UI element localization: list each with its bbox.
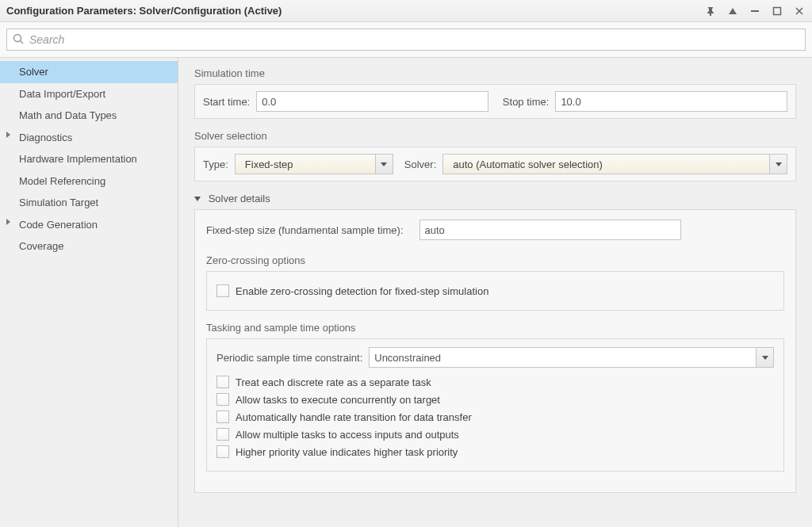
solver-details-panel: Fixed-step size (fundamental sample time… bbox=[194, 209, 796, 493]
tasking-check-row: Automatically handle rate transition for… bbox=[216, 411, 774, 423]
start-time-label: Start time: bbox=[203, 96, 250, 108]
zero-crossing-checkbox-label: Enable zero-crossing detection for fixed… bbox=[236, 285, 488, 297]
sidebar-item-label: Diagnostics bbox=[19, 132, 72, 143]
chevron-down-icon bbox=[769, 155, 787, 174]
type-select[interactable]: Fixed-step bbox=[235, 154, 393, 174]
solver-details-title: Solver details bbox=[209, 193, 270, 204]
zero-crossing-label: Zero-crossing options bbox=[206, 254, 784, 266]
svg-line-3 bbox=[21, 40, 24, 44]
simulation-time-panel: Start time: Stop time: bbox=[194, 84, 796, 119]
main-split: SolverData Import/ExportMath and Data Ty… bbox=[0, 58, 812, 527]
solver-select[interactable]: auto (Automatic solver selection) bbox=[442, 154, 787, 174]
tasking-check-row: Allow tasks to execute concurrently on t… bbox=[216, 393, 774, 406]
window-controls bbox=[704, 5, 806, 17]
sidebar-item-math-and-data-types[interactable]: Math and Data Types bbox=[0, 105, 178, 127]
sidebar-item-model-referencing[interactable]: Model Referencing bbox=[0, 170, 178, 193]
zero-crossing-checkbox[interactable] bbox=[216, 285, 229, 297]
solver-select-text: auto (Automatic solver selection) bbox=[448, 158, 769, 170]
content-pane: Simulation time Start time: Stop time: S… bbox=[178, 58, 812, 527]
tasking-checkbox-2[interactable] bbox=[216, 411, 229, 423]
sidebar-item-label: Solver bbox=[19, 66, 48, 78]
sidebar-item-diagnostics[interactable]: Diagnostics bbox=[0, 127, 178, 149]
tasking-panel: Periodic sample time constraint: Unconst… bbox=[206, 338, 784, 472]
tasking-check-row: Higher priority value indicates higher t… bbox=[216, 445, 774, 458]
tasking-checkbox-label: Allow multiple tasks to access inputs an… bbox=[236, 429, 459, 441]
tasking-checkbox-4[interactable] bbox=[216, 445, 229, 458]
sidebar-item-label: Data Import/Export bbox=[19, 88, 105, 100]
close-icon[interactable] bbox=[793, 5, 806, 17]
type-select-text: Fixed-step bbox=[240, 158, 375, 170]
sidebar-item-coverage[interactable]: Coverage bbox=[0, 235, 178, 258]
search-row bbox=[0, 22, 812, 58]
chevron-down-icon bbox=[375, 155, 393, 174]
search-box[interactable] bbox=[6, 29, 806, 51]
fixed-step-label: Fixed-step size (fundamental sample time… bbox=[206, 224, 404, 236]
tasking-label: Tasking and sample time options bbox=[206, 322, 784, 334]
sidebar-item-label: Model Referencing bbox=[19, 175, 105, 187]
maximize-icon[interactable] bbox=[771, 5, 783, 17]
sidebar-item-data-import-export[interactable]: Data Import/Export bbox=[0, 83, 178, 105]
sidebar-item-label: Simulation Target bbox=[19, 197, 98, 208]
chevron-down-icon bbox=[756, 348, 773, 367]
sidebar-item-label: Math and Data Types bbox=[19, 109, 117, 121]
solver-selection-label: Solver selection bbox=[194, 130, 796, 142]
tasking-checkbox-0[interactable] bbox=[216, 376, 229, 388]
titlebar: Configuration Parameters: Solver/Configu… bbox=[0, 0, 812, 22]
sidebar-item-label: Hardware Implementation bbox=[19, 153, 137, 165]
tasking-checkbox-label: Automatically handle rate transition for… bbox=[236, 411, 472, 423]
expander-icon bbox=[6, 219, 10, 225]
search-input[interactable] bbox=[28, 32, 800, 47]
tasking-checkbox-label: Allow tasks to execute concurrently on t… bbox=[236, 394, 440, 406]
tasking-checkbox-1[interactable] bbox=[216, 393, 229, 406]
type-label: Type: bbox=[203, 158, 228, 170]
tasking-check-row: Allow multiple tasks to access inputs an… bbox=[216, 428, 774, 441]
sidebar-item-label: Coverage bbox=[19, 240, 63, 252]
svg-rect-0 bbox=[751, 10, 759, 12]
periodic-select-text: Unconstrained bbox=[374, 352, 756, 364]
sidebar-item-label: Code Generation bbox=[19, 219, 98, 231]
sidebar-item-code-generation[interactable]: Code Generation bbox=[0, 214, 178, 236]
sidebar-item-simulation-target[interactable]: Simulation Target bbox=[0, 192, 178, 214]
sidebar: SolverData Import/ExportMath and Data Ty… bbox=[0, 58, 178, 527]
tasking-checkbox-label: Treat each discrete rate as a separate t… bbox=[236, 376, 431, 388]
search-icon bbox=[12, 32, 25, 48]
periodic-label: Periodic sample time constraint: bbox=[216, 352, 362, 364]
svg-point-2 bbox=[14, 34, 21, 41]
start-time-input[interactable] bbox=[256, 91, 488, 112]
up-triangle-icon[interactable] bbox=[726, 5, 739, 17]
zero-crossing-panel: Enable zero-crossing detection for fixed… bbox=[206, 271, 784, 311]
pin-icon[interactable] bbox=[704, 5, 717, 17]
minimize-icon[interactable] bbox=[749, 5, 761, 17]
stop-time-label: Stop time: bbox=[503, 96, 550, 108]
expander-icon bbox=[6, 132, 10, 138]
sidebar-item-hardware-implementation[interactable]: Hardware Implementation bbox=[0, 148, 178, 170]
solver-label: Solver: bbox=[404, 158, 436, 170]
stop-time-input[interactable] bbox=[555, 91, 787, 112]
solver-details-expander[interactable]: Solver details bbox=[194, 193, 796, 204]
sidebar-item-solver[interactable]: Solver bbox=[0, 61, 178, 83]
periodic-select[interactable]: Unconstrained bbox=[369, 347, 774, 368]
fixed-step-input[interactable] bbox=[419, 220, 681, 240]
tasking-checkbox-label: Higher priority value indicates higher t… bbox=[236, 446, 458, 458]
tasking-checkbox-3[interactable] bbox=[216, 428, 229, 441]
solver-selection-panel: Type: Fixed-step Solver: auto (Automatic… bbox=[194, 147, 796, 181]
svg-rect-1 bbox=[774, 7, 781, 14]
window-title: Configuration Parameters: Solver/Configu… bbox=[6, 5, 704, 17]
simulation-time-label: Simulation time bbox=[194, 67, 796, 79]
tasking-check-row: Treat each discrete rate as a separate t… bbox=[216, 376, 774, 388]
